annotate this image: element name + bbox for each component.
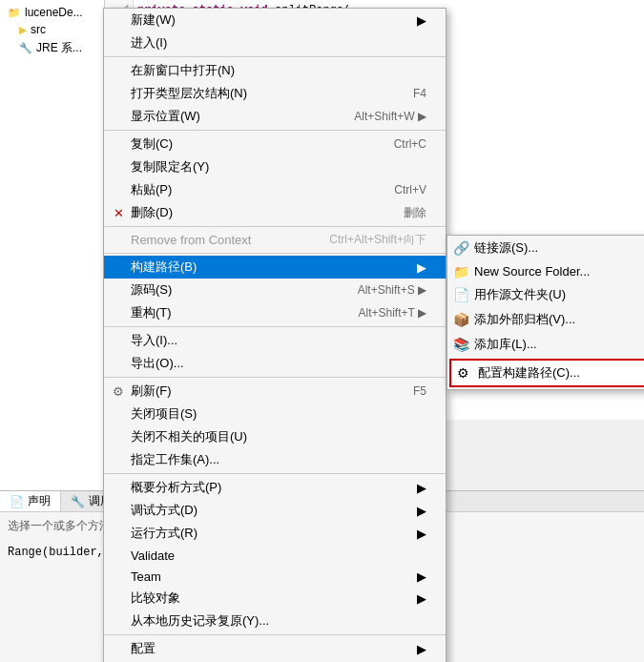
add-lib-icon: 📚 (453, 337, 469, 352)
menu-item-show-in[interactable]: 显示位置(W) Alt+Shift+W ▶ (104, 105, 446, 128)
menu-item-compare[interactable]: 比较对象 ▶ (104, 587, 446, 610)
use-source-folder-icon: 📄 (453, 287, 469, 302)
menu-item-build-path[interactable]: 构建路径(B) ▶ (104, 256, 446, 279)
sep5 (104, 326, 446, 327)
shortcut-remove-context: Ctrl+Alt+Shift+向下 (301, 232, 426, 248)
submenu-add-lib[interactable]: 📚 添加库(L)... (447, 332, 644, 357)
shortcut-f4: F4 (384, 87, 426, 100)
menu-item-refactor[interactable]: 重构(T) Alt+Shift+T ▶ (104, 301, 446, 324)
menu-item-configure[interactable]: 配置 ▶ (104, 637, 446, 660)
shortcut-refresh: F5 (384, 384, 426, 398)
shortcut-show-in: Alt+Shift+W ▶ (325, 110, 426, 123)
menu-item-analyze[interactable]: 概要分析方式(P) ▶ (104, 476, 446, 499)
menu-item-team[interactable]: Team ▶ (104, 566, 446, 587)
sep7 (104, 473, 446, 474)
tree-src[interactable]: ▶ src (0, 21, 104, 38)
shortcut-source: Alt+Shift+S ▶ (329, 283, 426, 297)
configure-build-icon: ⚙ (457, 365, 469, 381)
refresh-icon: ⚙ (110, 384, 127, 399)
menu-item-source[interactable]: 源码(S) Alt+Shift+S ▶ (104, 279, 446, 301)
link-source-icon: 🔗 (453, 240, 469, 256)
shortcut-delete: 删除 (375, 205, 426, 221)
hierarchy-icon: 🔧 (71, 495, 85, 508)
jre-icon: 🔧 (19, 42, 32, 54)
menu-item-debug[interactable]: 调试方式(D) ▶ (104, 499, 446, 522)
shortcut-copy: Ctrl+C (365, 137, 426, 151)
menu-item-close-unrelated[interactable]: 关闭不相关的项目(U) (104, 425, 446, 448)
menu-item-import[interactable]: 导入(I)... (104, 329, 446, 352)
arrow-run: ▶ (407, 527, 426, 541)
src-folder-icon: ▶ (19, 24, 27, 36)
menu-item-validate[interactable]: Validate (104, 545, 446, 566)
submenu-new-source-folder[interactable]: 📁 New Source Folder... (447, 260, 644, 282)
menu-item-open-window[interactable]: 在新窗口中打开(N) (104, 59, 446, 82)
declaration-icon: 📄 (10, 495, 24, 508)
arrow-build-path: ▶ (407, 260, 426, 275)
arrow-compare: ▶ (407, 591, 426, 606)
submenu-use-source-folder[interactable]: 📄 用作源文件夹(U) (447, 282, 644, 307)
menu-item-close-project[interactable]: 关闭项目(S) (104, 403, 446, 425)
sep8 (104, 634, 446, 635)
menu-item-new[interactable]: 新建(W) ▶ (104, 9, 446, 31)
tree-root[interactable]: 📁 luceneDe... (0, 4, 104, 21)
add-ext-jar-icon: 📦 (453, 312, 469, 327)
menu-item-assign-workset[interactable]: 指定工作集(A)... (104, 448, 446, 471)
menu-item-paste[interactable]: 粘贴(P) Ctrl+V (104, 178, 446, 201)
sep1 (104, 56, 446, 57)
menu-item-delete[interactable]: ✕ 删除(D) 删除 (104, 201, 446, 224)
sep3 (104, 226, 446, 227)
tree-jre[interactable]: 🔧 JRE 系... (0, 38, 104, 58)
submenu-add-ext-jar[interactable]: 📦 添加外部归档(V)... (447, 307, 644, 332)
tab-declaration[interactable]: 📄 声明 (0, 491, 61, 511)
arrow-configure: ▶ (407, 642, 426, 656)
menu-item-restore-local[interactable]: 从本地历史记录复原(Y)... (104, 610, 446, 632)
submenu-link-source[interactable]: 🔗 链接源(S)... (447, 236, 644, 260)
shortcut-refactor: Alt+Shift+T ▶ (330, 306, 426, 320)
menu-item-export[interactable]: 导出(O)... (104, 352, 446, 375)
arrow-icon-new: ▶ (407, 13, 426, 28)
delete-icon: ✕ (110, 206, 127, 220)
menu-item-run[interactable]: 运行方式(R) ▶ (104, 522, 446, 545)
arrow-debug: ▶ (407, 504, 426, 518)
submenu-build-path: 🔗 链接源(S)... 📁 New Source Folder... 📄 用作源… (447, 235, 644, 390)
arrow-analyze: ▶ (407, 481, 426, 495)
menu-item-remove-context[interactable]: Remove from Context Ctrl+Alt+Shift+向下 (104, 229, 446, 251)
menu-item-enter[interactable]: 进入(I) (104, 31, 446, 54)
menu-item-refresh[interactable]: ⚙ 刷新(F) F5 (104, 380, 446, 403)
sep6 (104, 377, 446, 378)
menu-item-copy[interactable]: 复制(C) Ctrl+C (104, 133, 446, 155)
context-menu: 新建(W) ▶ 进入(I) 在新窗口中打开(N) 打开类型层次结构(N) F4 … (103, 8, 447, 662)
shortcut-paste: Ctrl+V (365, 183, 426, 197)
sep2 (104, 130, 446, 131)
project-icon: 📁 (8, 7, 21, 19)
menu-item-open-type[interactable]: 打开类型层次结构(N) F4 (104, 82, 446, 105)
arrow-team: ▶ (407, 569, 426, 584)
submenu-configure-build[interactable]: ⚙ 配置构建路径(C)... (449, 359, 644, 387)
sep4 (104, 253, 446, 254)
new-source-folder-icon: 📁 (453, 264, 469, 279)
menu-item-rename[interactable]: 复制限定名(Y) (104, 155, 446, 178)
